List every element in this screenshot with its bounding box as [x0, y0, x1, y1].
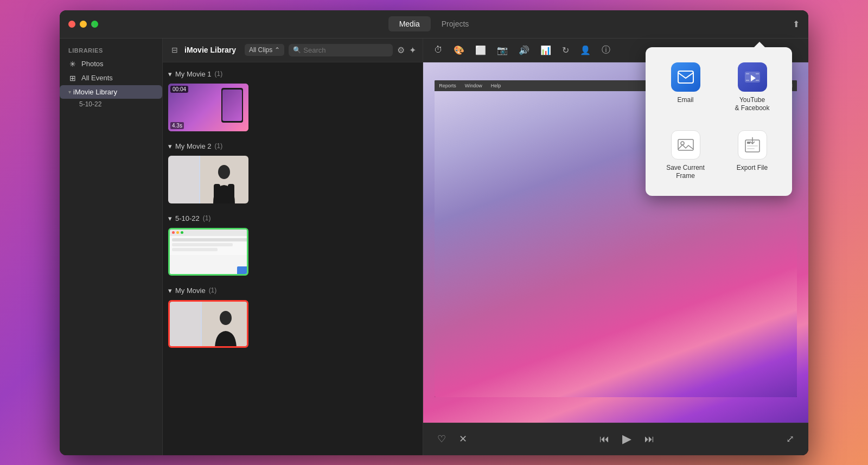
camera-tool-button[interactable]: 📷 — [495, 43, 510, 58]
movie-thumbnail-1[interactable]: 00:04 4.3s — [168, 84, 248, 131]
youtube-icon — [738, 62, 767, 92]
sidebar: LIBRARIES ✳ Photos ⊞ All Events ▾ iMovie… — [60, 39, 163, 455]
search-icon: 🔍 — [293, 46, 301, 54]
group-chevron-icon-4: ▾ — [168, 286, 172, 295]
settings-button[interactable]: ⚙ — [397, 45, 405, 55]
viewer-controls: ♡ ✕ ⏮ ▶ ⏭ ⤢ — [423, 423, 808, 455]
group-chevron-icon-2: ▾ — [168, 142, 172, 150]
person-silhouette-4 — [212, 310, 239, 348]
sidebar-item-all-events[interactable]: ⊞ All Events — [60, 71, 162, 85]
movie-group-title-4: My Movie — [175, 286, 206, 295]
minimize-arrow-icon: ↓ — [91, 20, 95, 28]
forward-button[interactable]: ⏭ — [641, 430, 658, 448]
svg-rect-2 — [228, 184, 234, 202]
titlebar: ↓ Media Projects ⬆ — [60, 10, 808, 39]
svg-rect-4 — [678, 71, 693, 83]
movie-group-header-1[interactable]: ▾ My Movie 1 (1) — [168, 68, 417, 80]
movie-group-title-2: My Movie 2 — [175, 142, 211, 150]
person-tool-button[interactable]: 👤 — [578, 43, 593, 58]
share-option-youtube[interactable]: YouTube& Facebook — [723, 58, 781, 117]
movie-thumbnail-2[interactable] — [168, 156, 248, 203]
export-file-label: Export File — [737, 164, 768, 173]
movie-group-count-1: (1) — [214, 70, 222, 78]
chevron-down-icon: ▾ — [68, 89, 71, 95]
svg-point-0 — [218, 165, 230, 179]
share-popup-grid: Email YouTube& Facebook — [656, 58, 781, 185]
sidebar-toggle-button[interactable]: ⊟ — [169, 43, 180, 56]
share-popup: Email YouTube& Facebook — [646, 47, 792, 196]
movie-group-count-2: (1) — [214, 142, 222, 150]
movie-group-header-3[interactable]: ▾ 5-10-22 (1) — [168, 212, 417, 225]
browser-panel: ⊟ iMovie Library All Clips ⌃ 🔍 ⚙ ✦ ▾ — [163, 39, 423, 455]
color-tool-button[interactable]: 🎨 — [451, 43, 467, 58]
save-frame-icon — [671, 130, 700, 160]
movie-group-2: ▾ My Movie 2 (1) — [168, 140, 417, 203]
svg-rect-12 — [747, 148, 755, 149]
search-box: 🔍 — [289, 44, 393, 56]
movie-thumbnail-4[interactable] — [168, 300, 248, 348]
share-option-email[interactable]: Email — [656, 58, 714, 117]
stabilize-tool-button[interactable]: ↻ — [560, 43, 571, 58]
browser-toolbar: ⊟ iMovie Library All Clips ⌃ 🔍 ⚙ ✦ — [163, 39, 423, 62]
app-window: ↓ Media Projects ⬆ LIBRARIES ✳ Photos ⊞ … — [60, 10, 808, 455]
equalizer-tool-button[interactable]: 📊 — [538, 43, 553, 58]
movie-group-count-4: (1) — [209, 286, 217, 294]
sidebar-item-photos[interactable]: ✳ Photos — [60, 57, 162, 71]
close-button[interactable] — [68, 21, 75, 28]
share-option-save-frame[interactable]: Save Current Frame — [656, 126, 714, 185]
fullscreen-button[interactable]: ⤢ — [783, 430, 797, 448]
movie-group-title-3: 5-10-22 — [175, 214, 200, 222]
titlebar-tabs: Media Projects — [388, 16, 480, 31]
photos-icon: ✳ — [68, 60, 77, 68]
search-input[interactable] — [303, 46, 388, 54]
movie-group-header-4[interactable]: ▾ My Movie (1) — [168, 284, 417, 297]
movie-group-3: ▾ 5-10-22 (1) — [168, 212, 417, 276]
svg-point-3 — [220, 311, 232, 325]
viewer-controls-left: ♡ ✕ — [434, 430, 470, 448]
play-button[interactable]: ▶ — [619, 429, 635, 449]
share-popup-arrow — [754, 42, 765, 47]
share-option-export-file[interactable]: Export File — [723, 126, 781, 185]
info-tool-button[interactable]: ⓘ — [599, 42, 612, 58]
all-events-icon: ⊞ — [68, 74, 77, 82]
library-title: iMovie Library — [184, 46, 236, 54]
movie-group-4: ▾ My Movie (1) — [168, 284, 417, 348]
all-clips-selector[interactable]: All Clips ⌃ — [245, 44, 284, 56]
sidebar-sub-item-date[interactable]: 5-10-22 — [60, 99, 162, 110]
mini-menu-window: Window — [465, 83, 482, 88]
tab-projects[interactable]: Projects — [431, 16, 480, 31]
svg-rect-11 — [747, 145, 758, 146]
browser-content[interactable]: ▾ My Movie 1 (1) — [163, 62, 423, 455]
viewer-controls-center: ⏮ ▶ ⏭ — [596, 429, 658, 449]
mini-menu-help: Help — [491, 83, 501, 88]
reject-button[interactable]: ✕ — [456, 430, 470, 448]
minimize-button[interactable] — [80, 21, 87, 28]
all-clips-chevron-icon: ⌃ — [275, 46, 280, 54]
crop-tool-button[interactable]: ⬜ — [473, 43, 488, 58]
youtube-label: YouTube& Facebook — [735, 96, 769, 113]
email-icon — [671, 62, 700, 92]
group-chevron-icon: ▾ — [168, 70, 172, 78]
export-file-icon — [738, 130, 767, 160]
tab-media[interactable]: Media — [388, 16, 431, 31]
audio-tool-button[interactable]: 🔊 — [516, 43, 532, 58]
magic-wand-button[interactable]: ✦ — [409, 45, 416, 55]
movie-thumbnail-3[interactable] — [168, 228, 248, 276]
mini-menu-reports: Reports — [439, 83, 456, 88]
person-silhouette-2 — [210, 164, 238, 203]
save-frame-label: Save Current Frame — [661, 164, 710, 181]
sidebar-item-photos-label: Photos — [81, 60, 103, 68]
rewind-button[interactable]: ⏮ — [596, 430, 612, 448]
favorite-button[interactable]: ♡ — [434, 430, 449, 448]
movie-group-header-2[interactable]: ▾ My Movie 2 (1) — [168, 140, 417, 152]
sidebar-item-all-events-label: All Events — [81, 74, 113, 82]
svg-rect-1 — [214, 184, 220, 202]
movie-group-count-3: (1) — [203, 214, 211, 222]
speed-tool-button[interactable]: ⏱ — [432, 43, 445, 57]
all-clips-label: All Clips — [249, 46, 272, 54]
sidebar-item-imovie-library[interactable]: ▾ iMovie Library — [60, 85, 162, 99]
movie-group-title-1: My Movie 1 — [175, 70, 211, 78]
group-chevron-icon-3: ▾ — [168, 214, 172, 222]
sidebar-section-label: LIBRARIES — [60, 44, 162, 57]
share-button[interactable]: ⬆ — [793, 19, 800, 29]
